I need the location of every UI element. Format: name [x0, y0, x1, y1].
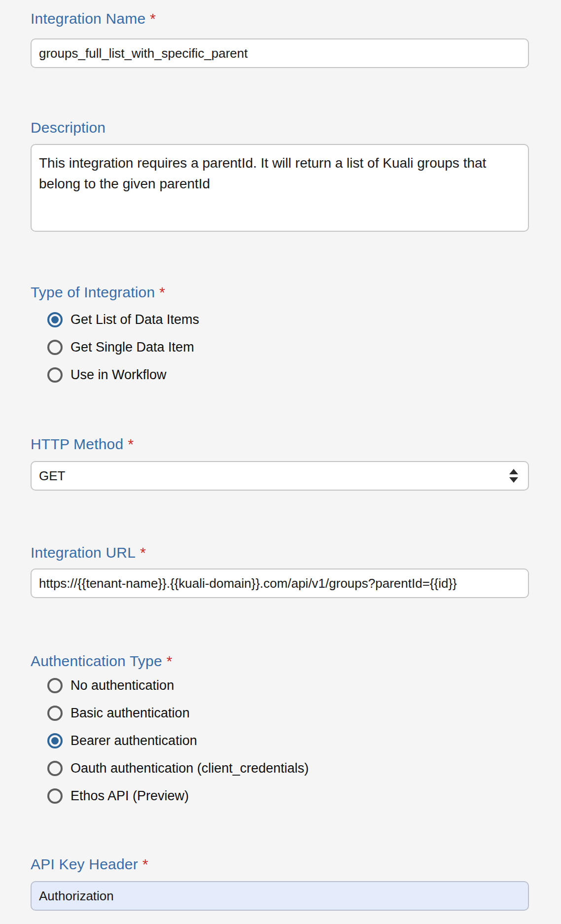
radio-button-selected-icon[interactable] [47, 733, 63, 748]
radio-option-get-single-data-item[interactable]: Get Single Data Item [31, 340, 529, 355]
radio-option-use-in-workflow[interactable]: Use in Workflow [31, 367, 529, 383]
radio-option-basic-authentication[interactable]: Basic authentication [31, 706, 529, 721]
radio-button-icon[interactable] [47, 706, 63, 721]
radio-option-label: Get List of Data Items [70, 312, 199, 327]
description-label: Description [31, 119, 529, 137]
type-of-integration-label-text: Type of Integration [31, 284, 155, 300]
radio-button-icon[interactable] [47, 367, 63, 383]
description-textarea[interactable]: This integration requires a parentId. It… [31, 144, 529, 232]
api-key-header-label: API Key Header* [31, 855, 529, 873]
radio-option-get-list-of-data-items[interactable]: Get List of Data Items [31, 312, 529, 327]
select-spinner-icon [509, 469, 518, 483]
radio-button-icon[interactable] [47, 678, 63, 693]
authentication-type-label: Authentication Type* [31, 652, 529, 670]
description-label-text: Description [31, 119, 105, 136]
http-method-select[interactable]: GET [31, 461, 529, 491]
integration-name-label-text: Integration Name [31, 10, 145, 27]
radio-option-label: Get Single Data Item [70, 340, 194, 355]
required-asterisk: * [140, 544, 146, 561]
radio-option-oauth-authentication[interactable]: Oauth authentication (client_credentials… [31, 761, 529, 776]
radio-option-label: No authentication [70, 678, 174, 693]
integration-url-label-text: Integration URL [31, 544, 136, 561]
radio-option-label: Basic authentication [70, 706, 190, 721]
required-asterisk: * [142, 856, 148, 872]
radio-option-label: Use in Workflow [70, 367, 167, 383]
required-asterisk: * [128, 436, 134, 452]
radio-option-no-authentication[interactable]: No authentication [31, 678, 529, 693]
integration-name-input[interactable] [31, 38, 529, 68]
radio-button-icon[interactable] [47, 788, 63, 804]
type-of-integration-radio-group: Get List of Data Items Get Single Data I… [31, 312, 529, 383]
required-asterisk: * [159, 284, 165, 300]
integration-url-input[interactable] [31, 569, 529, 598]
http-method-label-text: HTTP Method [31, 436, 123, 452]
radio-button-icon[interactable] [47, 761, 63, 776]
radio-option-label: Ethos API (Preview) [70, 788, 189, 804]
http-method-selected-value: GET [39, 468, 65, 484]
http-method-label: HTTP Method* [31, 435, 529, 453]
radio-button-selected-icon[interactable] [47, 312, 63, 327]
authentication-type-label-text: Authentication Type [31, 653, 162, 669]
authentication-type-radio-group: No authentication Basic authentication B… [31, 678, 529, 804]
up-triangle-icon [509, 469, 518, 474]
integration-name-label: Integration Name* [31, 10, 529, 28]
integration-form: Integration Name* Description This integ… [0, 0, 561, 911]
radio-option-ethos-api-preview[interactable]: Ethos API (Preview) [31, 788, 529, 804]
radio-button-icon[interactable] [47, 340, 63, 355]
type-of-integration-label: Type of Integration* [31, 284, 529, 301]
api-key-header-input[interactable] [31, 881, 529, 911]
required-asterisk: * [167, 653, 173, 669]
api-key-header-label-text: API Key Header [31, 856, 138, 872]
down-triangle-icon [509, 477, 518, 483]
radio-option-label: Bearer authentication [70, 733, 197, 748]
integration-url-label: Integration URL* [31, 544, 529, 562]
required-asterisk: * [150, 10, 156, 27]
radio-option-label: Oauth authentication (client_credentials… [70, 761, 309, 776]
radio-option-bearer-authentication[interactable]: Bearer authentication [31, 733, 529, 748]
